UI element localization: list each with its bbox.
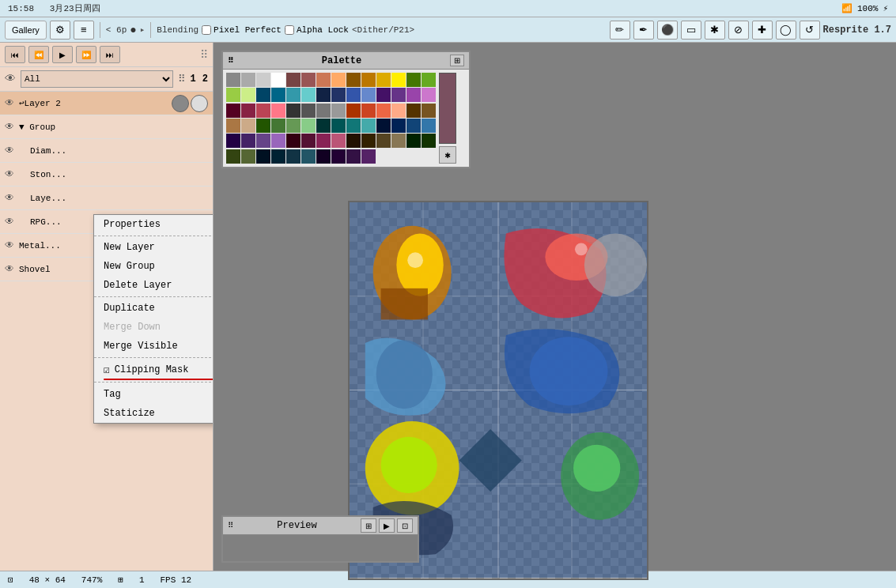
layer-visibility-icon[interactable]: 👁 [5,168,14,180]
color-swatch[interactable] [361,73,376,87]
color-swatch[interactable] [346,88,361,102]
color-swatch[interactable] [406,73,421,87]
palette-star-button[interactable]: ✱ [439,146,456,164]
color-swatch[interactable] [361,88,376,102]
color-swatch[interactable] [301,134,316,148]
color-swatch[interactable] [346,104,361,118]
frame-back-button[interactable]: ⏪ [28,46,49,63]
color-swatch[interactable] [226,134,240,148]
frame-back-end-button[interactable]: ⏮ [5,46,25,63]
sliders-button[interactable]: ≡ [74,21,94,40]
color-swatch[interactable] [346,73,361,87]
color-swatch[interactable] [286,149,301,164]
color-swatch[interactable] [331,134,346,148]
color-swatch[interactable] [406,119,421,133]
color-swatch[interactable] [346,149,361,164]
layer-visibility-icon[interactable]: 👁 [5,216,14,228]
color-swatch[interactable] [256,88,270,102]
color-swatch[interactable] [286,134,301,148]
visibility-all-icon[interactable]: 👁 [5,73,16,85]
color-swatch[interactable] [226,104,240,118]
color-swatch[interactable] [316,134,331,148]
color-swatch[interactable] [301,119,316,133]
preview-fullscreen-button[interactable]: ⊡ [397,518,413,533]
ctx-new-group[interactable]: New Group [94,257,213,276]
color-swatch[interactable] [422,88,436,102]
ctx-delete-layer[interactable]: Delete Layer [94,276,213,295]
color-swatch[interactable] [361,119,376,133]
color-swatch[interactable] [256,134,270,148]
color-swatch[interactable] [406,134,421,148]
color-swatch[interactable] [316,73,331,87]
color-swatch[interactable] [391,119,406,133]
color-swatch[interactable] [286,104,301,118]
active-color-swatch[interactable] [439,73,456,144]
color-swatch[interactable] [316,119,331,133]
layer-row[interactable]: 👁 ↩Layer 2 [0,92,213,115]
color-swatch[interactable] [286,88,301,102]
ctx-tag[interactable]: Tag ▶ [94,384,213,404]
layer-row[interactable]: 👁 Laye... [0,187,213,210]
color-swatch[interactable] [271,134,285,148]
color-swatch[interactable] [422,119,436,133]
select-rect-tool-button[interactable]: ▭ [681,21,701,40]
color-swatch[interactable] [316,104,331,118]
color-swatch[interactable] [301,104,316,118]
color-swatch[interactable] [241,104,255,118]
color-swatch[interactable] [271,104,285,118]
color-swatch[interactable] [241,73,255,87]
layer-visibility-icon[interactable]: 👁 [5,192,14,204]
color-swatch[interactable] [271,119,285,133]
frame-forward-button[interactable]: ⏩ [76,46,96,63]
color-swatch[interactable] [256,119,270,133]
frame-1[interactable]: 1 [191,74,196,85]
layer-filter-select[interactable]: All [21,70,173,88]
color-swatch[interactable] [422,104,436,118]
ctx-duplicate[interactable]: Duplicate [94,299,213,318]
color-swatch[interactable] [346,119,361,133]
move-tool-button[interactable]: ✚ [752,21,773,40]
color-swatch[interactable] [376,134,391,148]
color-swatch[interactable] [361,104,376,118]
color-swatch[interactable] [406,104,421,118]
color-swatch[interactable] [241,149,255,164]
layer-visibility-icon[interactable]: 👁 [5,263,14,275]
color-swatch[interactable] [422,134,436,148]
layer-row[interactable]: 👁 ▼ Group [0,115,213,139]
fill-tool-button[interactable]: ⚫ [657,21,678,40]
settings-button[interactable]: ⚙ [50,21,70,40]
preview-grid-button[interactable]: ⊞ [361,518,376,533]
frame-2[interactable]: 2 [202,74,208,85]
layer-visibility-icon[interactable]: 👁 [5,121,14,133]
color-swatch[interactable] [256,73,270,87]
color-swatch[interactable] [331,88,346,102]
play-button[interactable]: ▶ [52,46,73,63]
color-swatch[interactable] [241,134,255,148]
layer-visibility-icon[interactable]: 👁 [5,239,14,251]
eraser-tool-button[interactable]: ⊘ [728,21,749,40]
color-swatch[interactable] [391,134,406,148]
color-swatch[interactable] [256,149,270,164]
color-swatch[interactable] [422,73,436,87]
frame-forward-end-button[interactable]: ⏭ [100,46,120,63]
color-swatch[interactable] [226,73,240,87]
color-swatch[interactable] [376,73,391,87]
ellipse-tool-button[interactable]: ◯ [776,21,796,40]
color-swatch[interactable] [361,149,376,164]
ctx-properties[interactable]: Properties [94,215,213,234]
color-swatch[interactable] [331,149,346,164]
color-swatch[interactable] [316,149,331,164]
color-swatch[interactable] [406,88,421,102]
color-swatch[interactable] [376,88,391,102]
color-swatch[interactable] [301,73,316,87]
color-swatch[interactable] [271,88,285,102]
ctx-clipping-mask[interactable]: ☑ Clipping Mask [94,360,213,380]
color-swatch[interactable] [331,104,346,118]
ctx-new-layer[interactable]: New Layer [94,238,213,257]
alpha-lock-checkbox[interactable] [285,25,294,35]
layer-row[interactable]: 👁 Ston... [0,163,213,187]
color-swatch[interactable] [241,88,255,102]
color-swatch[interactable] [226,119,240,133]
color-swatch[interactable] [286,119,301,133]
color-swatch[interactable] [256,104,270,118]
